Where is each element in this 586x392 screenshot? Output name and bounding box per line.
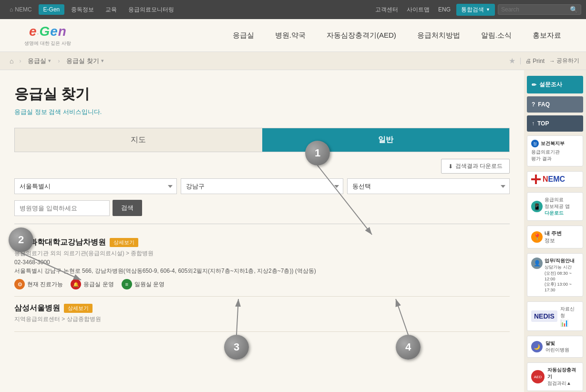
breadcrumb-er-label: 응급실 <box>28 57 46 65</box>
nav-item-monitoring[interactable]: 응급의료모니터링 <box>123 4 179 16</box>
faq-button[interactable]: ? FAQ <box>527 96 583 113</box>
home-icon: ⌂ <box>10 6 13 13</box>
content-area: 1 2 3 4 응급실 찾기 응급실 정보 검색 서비스입니다. 지도 <box>0 70 524 392</box>
nedis-block[interactable]: NEDIS 자료신청 📊 <box>527 301 583 331</box>
print-button[interactable]: 🖨 Print <box>520 58 545 64</box>
aed-block[interactable]: AED 자동심장충격기 점검과리▲ <box>527 362 583 391</box>
nedis-chart-icon: 📊 <box>560 319 579 327</box>
top-arrow-icon: ↑ <box>532 120 535 127</box>
badge-er-operating: 🔔 응급실 운영 <box>71 279 113 289</box>
logo[interactable]: e · G e n 생명에 대한 깊은 사랑 <box>14 24 81 47</box>
moon-title2: 어린이병원 <box>545 347 569 353</box>
work-icon: 👤 <box>531 258 543 269</box>
dong-select[interactable]: 동선택 <box>347 178 510 194</box>
nav-hospital-pharmacy[interactable]: 병원.약국 <box>265 27 316 44</box>
chevron-down-icon-2: ▾ <box>101 58 104 64</box>
hospital-phone: 02-3468-3000 <box>14 259 510 266</box>
breadcrumb-er-find-label: 응급실 찾기 <box>66 57 99 65</box>
work-hours2: (오전) 08:30 ~ 12:00 <box>545 270 579 281</box>
top-search-wrap: 🔍 <box>498 4 581 15</box>
nemc-home-link[interactable]: ⌂ NEMC <box>5 4 37 15</box>
city-select[interactable]: 서울특별시 부산광역시 대구광역시 <box>14 178 177 194</box>
nearby-title1: 내 주변 <box>545 230 562 237</box>
nemc-logo-text: NEMC <box>543 175 565 184</box>
aed-icon: AED <box>531 370 545 383</box>
moon-title1: 달빛 <box>545 340 569 347</box>
top-search-input[interactable] <box>501 6 568 13</box>
breadcrumb-emergency-room[interactable]: 응급실 ▾ <box>24 55 55 67</box>
survey-label: 설문조사 <box>539 81 562 89</box>
badge-er-label: 응급실 운영 <box>83 280 113 289</box>
language-toggle[interactable]: ENG <box>435 5 453 14</box>
gov-title3: 평가 결과 <box>531 155 579 162</box>
breadcrumb: ⌂ › 응급실 ▾ › 응급실 찾기 ▾ ★ 🖨 Print → 공유하기 <box>0 52 586 70</box>
top-button[interactable]: ↑ TOP <box>527 115 583 132</box>
hospital-name-row: 삼성서울병원 상세보기 <box>14 303 510 313</box>
top-navigation: ⌂ NEMC E-Gen 중독정보 교육 응급의료모니터링 고객센터 사이트맵 … <box>0 0 586 19</box>
detail-button[interactable]: 상세보기 <box>110 238 138 247</box>
badge-ward: ≡ 일원실 운영 <box>122 279 164 289</box>
nav-aed[interactable]: 자동심장충격기(AED) <box>316 27 407 44</box>
annotation-circle-3: 3 <box>224 335 249 360</box>
customer-center-link[interactable]: 고객센터 <box>372 5 401 15</box>
breadcrumb-home-icon[interactable]: ⌂ <box>7 55 16 67</box>
breadcrumb-er-find[interactable]: 응급실 찾기 ▾ <box>62 55 108 67</box>
moon-kids-block[interactable]: 🌙 달빛 어린이병원 <box>527 336 583 358</box>
hospital-name-input[interactable] <box>14 200 110 216</box>
hospital-item: 삼성서울병원 상세보기 지역응급의료센터 > 상급종합병원 <box>14 297 510 332</box>
download-icon: ⬇ <box>448 163 453 170</box>
detail-button[interactable]: 상세보기 <box>64 304 93 313</box>
nemc-cross-icon <box>531 175 541 184</box>
logo-n: n <box>58 24 66 39</box>
nav-item-poison[interactable]: 중독정보 <box>66 4 99 16</box>
bookmark-icon[interactable]: ★ <box>509 56 515 65</box>
search-button[interactable]: 검색 <box>113 200 142 216</box>
nemc-block[interactable]: NEMC <box>527 171 583 187</box>
top-nav-right: 고객센터 사이트맵 ENG 통합검색 ▼ 🔍 <box>372 4 581 16</box>
work-title: 업무/직원안내 <box>545 258 579 264</box>
work-hours1: 상담가능 시간 <box>545 264 579 270</box>
district-select[interactable]: 강남구 강동구 강북구 <box>181 178 343 194</box>
top-label: TOP <box>537 120 549 127</box>
logo-e: e <box>29 24 37 39</box>
nav-item-education[interactable]: 교육 <box>101 4 122 16</box>
chevron-down-icon: ▼ <box>486 7 490 12</box>
nav-emergency-room[interactable]: 응급실 <box>222 27 265 44</box>
work-info-block[interactable]: 👤 업무/직원안내 상담가능 시간 (오전) 08:30 ~ 12:00 (오후… <box>527 253 583 297</box>
gov-icon: 정 <box>531 140 539 147</box>
annotation-circle-4: 4 <box>396 335 421 360</box>
survey-button[interactable]: ✏ 설문조사 <box>527 76 583 93</box>
faq-icon: ? <box>532 101 535 108</box>
tab-general[interactable]: 일반 <box>262 128 510 152</box>
gov-block[interactable]: 정 보건복지부 응급의료기관 평가 결과 <box>527 135 583 166</box>
tab-map[interactable]: 지도 <box>15 128 262 152</box>
app-download-block[interactable]: 📱 응급의료 정보제공 앱 다운로드 <box>527 192 583 221</box>
nedis-label: NEDIS <box>531 310 557 322</box>
download-button[interactable]: ⬇ 검색결과 다운로드 <box>441 159 510 174</box>
logo-e2: e <box>50 24 58 39</box>
print-icon: 🖨 <box>525 58 531 64</box>
download-row: ⬇ 검색결과 다운로드 <box>14 159 510 174</box>
moon-icon: 🌙 <box>531 341 543 352</box>
aed-title1: 자동심장충격기 <box>547 367 579 380</box>
page-title: 응급실 찾기 <box>14 84 510 104</box>
nearby-block[interactable]: 📍 내 주변 정보 <box>527 226 583 248</box>
logo-subtitle: 생명에 대한 깊은 사랑 <box>24 40 71 47</box>
nav-item-egen[interactable]: E-Gen <box>39 4 65 15</box>
sitemap-link[interactable]: 사이트맵 <box>404 5 432 15</box>
nav-news[interactable]: 알림.소식 <box>471 27 522 44</box>
app-title3: 다운로드 <box>545 210 570 217</box>
nav-first-aid[interactable]: 응급처치방법 <box>407 27 471 44</box>
faq-label: FAQ <box>538 101 550 108</box>
search-icon[interactable]: 🔍 <box>570 6 578 13</box>
nearby-title2: 정보 <box>545 237 562 244</box>
aed-title2: 점검과리▲ <box>547 380 579 387</box>
badge-ward-label: 일원실 운영 <box>134 280 164 289</box>
nav-pr-materials[interactable]: 홍보자료 <box>522 27 572 44</box>
divider <box>14 224 510 224</box>
download-label: 검색결과 다운로드 <box>455 162 503 170</box>
logo-g: G <box>40 24 50 39</box>
share-button[interactable]: → 공유하기 <box>549 57 579 65</box>
integrated-search-button[interactable]: 통합검색 ▼ <box>456 4 495 16</box>
work-hours3: (오후) 13:00 ~ 17:30 <box>545 281 579 292</box>
